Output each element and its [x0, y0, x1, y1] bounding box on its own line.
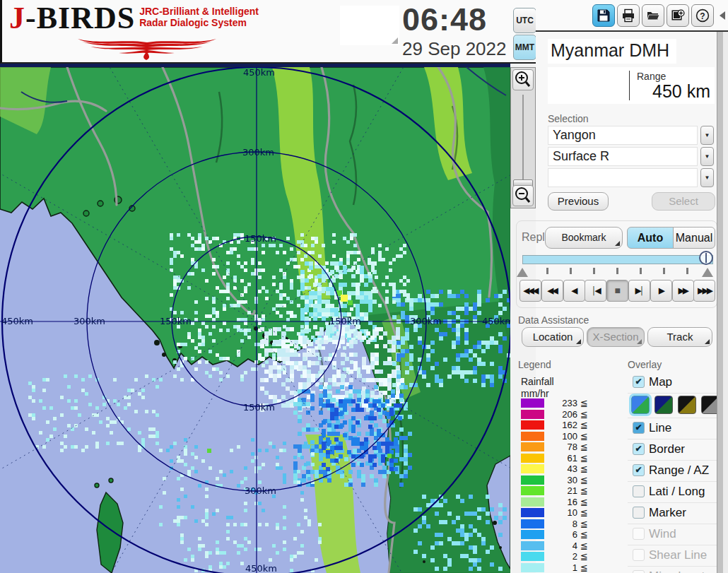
zoom-out-button[interactable] [512, 185, 534, 206]
legend-row: 30 ≦ [521, 475, 613, 486]
legend-value: 233 [546, 398, 577, 408]
replay-section: Replay Bookmark Auto Manual ◀◀◀◀◀◀│◀■▶│▶… [516, 220, 717, 308]
range-display: Range 450 km [548, 67, 715, 104]
checkbox-line[interactable]: ✔ [633, 422, 645, 434]
chevron-down-icon: ▼ [705, 175, 710, 181]
legend-row: 21 ≦ [521, 485, 613, 497]
add-image-button[interactable] [667, 4, 689, 27]
legend-value: 1 [546, 562, 577, 573]
help-button[interactable]: ? [691, 4, 714, 27]
replay-auto-button[interactable]: Auto [627, 227, 674, 249]
button-label: Location [533, 331, 573, 343]
legend-color-swatch [521, 420, 544, 430]
slider-tick [663, 268, 665, 274]
corner-fold-icon [615, 241, 620, 246]
map-top-border [0, 64, 510, 67]
logo-title: J-BIRDS [9, 1, 135, 35]
save-button[interactable] [592, 4, 615, 27]
location-button[interactable]: Location [522, 327, 584, 347]
range-ring-label: 150km [243, 402, 275, 413]
x-section-button[interactable]: X-Section [587, 327, 645, 347]
option-dropdown-value[interactable] [548, 168, 698, 187]
legend-row: 162 ≦ [521, 420, 613, 431]
clock-time: 06:48 [402, 1, 508, 38]
replay-slider-track[interactable] [522, 255, 713, 264]
range-value: 450 km [652, 81, 710, 102]
clock-date: 29 Sep 2022 [402, 38, 519, 60]
checkbox-lati-long[interactable] [633, 485, 645, 497]
slider-tick [616, 268, 618, 274]
resize-grip-icon [392, 37, 398, 44]
replay-manual-button[interactable]: Manual [673, 227, 715, 249]
site-dropdown-button[interactable]: ▼ [700, 126, 714, 145]
legend-lte-symbol: ≦ [580, 540, 588, 551]
legend-value: 206 [546, 409, 577, 420]
panel-collapse-arrow-icon[interactable] [720, 11, 725, 20]
map-style-terrain-olive[interactable] [678, 396, 696, 414]
legend-row: 61 ≦ [521, 453, 613, 464]
jbirds-logo: J-BIRDSJRC-Brilliant & IntelligentRadar … [9, 3, 306, 61]
print-icon [621, 8, 635, 23]
timezone-mmt-button[interactable]: MMT [513, 35, 536, 60]
legend-lte-symbol: ≦ [580, 442, 588, 452]
legend-value: 2 [546, 551, 577, 562]
track-button[interactable]: Track [647, 327, 712, 347]
zoom-in-button[interactable] [512, 69, 534, 90]
overlay-row: Wind [628, 524, 717, 545]
logo-tagline: JRC-Brilliant & IntelligentRadar Dialogi… [139, 6, 259, 28]
playback-step-back-button[interactable]: ◀ [563, 280, 585, 302]
legend-value: 43 [546, 463, 577, 474]
legend-lte-symbol: ≦ [580, 507, 588, 518]
print-button[interactable] [617, 4, 640, 27]
rainfall-legend: 233 ≦ 206 ≦ 162 ≦ 100 ≦ 78 ≦ 61 ≦ 43 ≦ 3… [521, 398, 613, 573]
legend-value: 78 [546, 442, 577, 452]
legend-value: 100 [546, 431, 577, 442]
select-button[interactable]: Select [652, 192, 715, 211]
range-ring-label: 300km [410, 316, 442, 326]
overlay-label: Map [649, 375, 672, 389]
overlay-title: Overlay [628, 359, 662, 370]
legend-value: 10 [546, 507, 577, 518]
playback-skip-to-end-button[interactable]: ▶│ [628, 280, 650, 302]
radar-map-display[interactable]: 450km300km150km450km300km150km150km300km… [0, 64, 510, 573]
option-dropdown: ▼ [548, 168, 714, 187]
legend-row: 43 ≦ [521, 463, 613, 475]
playback-forward-fastest-button[interactable]: ▶▶▶ [693, 280, 715, 302]
legend-lte-symbol: ≦ [580, 519, 588, 529]
legend-unit: Rainfallmm/hr [521, 376, 554, 400]
map-style-terrain-color[interactable] [631, 396, 650, 414]
range-ring-label: 450km [1, 316, 33, 326]
legend-color-swatch [521, 442, 544, 451]
playback-stop-button[interactable]: ■ [606, 280, 628, 302]
control-panel: Myanmar DMH Range 450 km Selection Yango… [536, 32, 717, 573]
previous-button[interactable]: Previous [548, 192, 609, 211]
corner-fold-icon [705, 339, 710, 344]
legend-value: 4 [546, 540, 577, 551]
playback-play-button[interactable]: ▶ [650, 280, 672, 302]
slider-start-marker-icon[interactable] [517, 268, 528, 277]
overlay-label: Line [649, 421, 671, 435]
checkbox-map[interactable]: ✔ [633, 376, 645, 388]
checkbox-range-az[interactable]: ✔ [633, 464, 645, 476]
product-dropdown-button[interactable]: ▼ [700, 147, 714, 166]
playback-forward-fast-button[interactable]: ▶▶ [672, 280, 694, 302]
playback-rewind-fastest-button[interactable]: ◀◀◀ [519, 280, 541, 302]
legend-color-swatch [521, 410, 544, 419]
checkbox-marker[interactable] [633, 507, 645, 519]
playback-skip-to-start-button[interactable]: │◀ [585, 280, 606, 302]
overlay-row: Lati / Long [628, 482, 717, 503]
slider-end-marker-icon[interactable] [702, 268, 713, 277]
timezone-utc-button[interactable]: UTC [513, 8, 536, 33]
product-dropdown-value[interactable]: Surface R [548, 147, 698, 166]
map-style-terrain-dark[interactable] [654, 396, 673, 414]
site-dropdown-value[interactable]: Yangon [548, 126, 698, 145]
option-dropdown-button[interactable]: ▼ [700, 168, 714, 187]
bookmark-button[interactable]: Bookmark [545, 227, 623, 249]
legend-value: 61 [546, 453, 577, 463]
open-folder-button[interactable] [642, 4, 664, 27]
checkbox-border[interactable]: ✔ [633, 443, 645, 455]
corner-fold-icon [637, 339, 642, 344]
playback-rewind-fast-button[interactable]: ◀◀ [541, 280, 563, 302]
legend-lte-symbol: ≦ [580, 463, 588, 474]
replay-slider-handle[interactable] [699, 251, 713, 265]
